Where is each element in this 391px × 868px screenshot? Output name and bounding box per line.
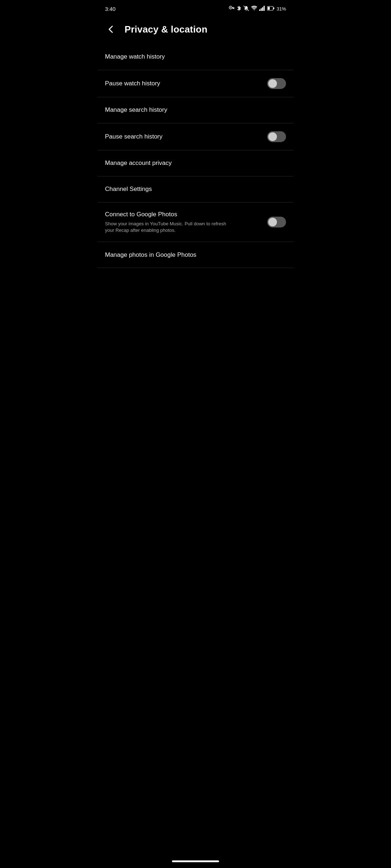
settings-item-pause-search-history[interactable]: Pause search history: [98, 123, 293, 150]
toggle-thumb-pause-search-history: [268, 132, 277, 141]
svg-rect-3: [234, 8, 234, 9]
item-label-connect-google-photos: Connect to Google Photos: [105, 210, 267, 218]
svg-rect-10: [264, 6, 265, 11]
item-content-manage-google-photos: Manage photos in Google Photos: [105, 251, 286, 259]
svg-rect-13: [268, 7, 270, 10]
signal-icon: [259, 6, 265, 12]
svg-rect-7: [259, 9, 260, 11]
settings-list: Manage watch historyPause watch historyM…: [98, 44, 293, 268]
key-icon: [229, 6, 235, 12]
toggle-pause-watch-history[interactable]: [267, 78, 286, 89]
back-arrow-icon: [106, 25, 116, 34]
svg-rect-8: [261, 8, 262, 11]
item-label-manage-search-history: Manage search history: [105, 106, 286, 114]
item-description-connect-google-photos: Show your images in YouTube Music. Pull …: [105, 221, 228, 234]
svg-rect-12: [273, 8, 274, 9]
svg-point-1: [230, 7, 231, 8]
item-content-channel-settings: Channel Settings: [105, 185, 286, 193]
settings-item-manage-watch-history[interactable]: Manage watch history: [98, 44, 293, 70]
item-label-manage-watch-history: Manage watch history: [105, 53, 286, 61]
battery-icon: [267, 6, 274, 12]
item-label-channel-settings: Channel Settings: [105, 185, 286, 193]
svg-rect-9: [262, 7, 263, 11]
battery-percentage: 31%: [277, 6, 286, 12]
bluetooth-icon: [237, 5, 241, 12]
item-content-pause-watch-history: Pause watch history: [105, 80, 267, 88]
item-label-pause-watch-history: Pause watch history: [105, 80, 267, 88]
item-content-manage-search-history: Manage search history: [105, 106, 286, 114]
svg-rect-2: [232, 7, 234, 8]
settings-item-channel-settings[interactable]: Channel Settings: [98, 176, 293, 203]
toggle-connect-google-photos[interactable]: [267, 217, 286, 227]
toggle-pause-search-history[interactable]: [267, 131, 286, 142]
mute-icon: [243, 5, 249, 12]
status-time: 3:40: [105, 6, 115, 12]
settings-item-manage-account-privacy[interactable]: Manage account privacy: [98, 150, 293, 176]
header: Privacy & location: [98, 16, 293, 44]
svg-rect-4: [232, 8, 233, 9]
item-label-manage-google-photos: Manage photos in Google Photos: [105, 251, 286, 259]
item-content-manage-watch-history: Manage watch history: [105, 53, 286, 61]
status-bar: 3:40: [98, 0, 293, 16]
toggle-thumb-pause-watch-history: [268, 79, 277, 88]
status-icons: 31%: [229, 5, 286, 12]
settings-item-pause-watch-history[interactable]: Pause watch history: [98, 70, 293, 97]
item-label-manage-account-privacy: Manage account privacy: [105, 159, 286, 167]
wifi-icon: [251, 6, 257, 12]
item-content-pause-search-history: Pause search history: [105, 133, 267, 141]
settings-item-manage-google-photos[interactable]: Manage photos in Google Photos: [98, 242, 293, 268]
item-content-connect-google-photos: Connect to Google PhotosShow your images…: [105, 210, 267, 234]
settings-item-manage-search-history[interactable]: Manage search history: [98, 97, 293, 123]
back-button[interactable]: [105, 23, 117, 35]
settings-item-connect-google-photos[interactable]: Connect to Google PhotosShow your images…: [98, 203, 293, 242]
page-title: Privacy & location: [125, 24, 207, 35]
item-content-manage-account-privacy: Manage account privacy: [105, 159, 286, 167]
item-label-pause-search-history: Pause search history: [105, 133, 267, 141]
